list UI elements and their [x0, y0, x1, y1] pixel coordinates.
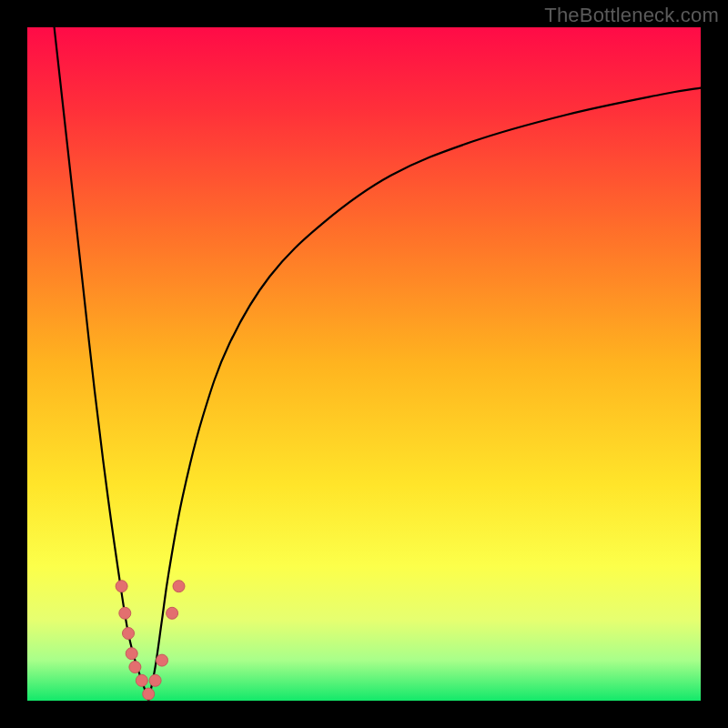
svg-point-7: [143, 688, 155, 700]
left-curve: [55, 27, 149, 701]
svg-point-2: [119, 607, 131, 619]
svg-point-10: [167, 607, 178, 619]
svg-point-6: [136, 674, 147, 686]
curve-layer: [27, 27, 701, 701]
chart-frame: TheBottleneck.com: [0, 0, 728, 728]
svg-point-8: [149, 674, 161, 686]
svg-point-11: [173, 581, 185, 592]
watermark-label: TheBottleneck.com: [544, 4, 719, 27]
svg-point-9: [157, 654, 168, 666]
svg-point-5: [129, 662, 141, 673]
svg-point-3: [123, 628, 135, 640]
svg-point-1: [116, 581, 127, 592]
plot-area: [27, 27, 701, 701]
svg-point-4: [126, 648, 137, 660]
data-markers: [116, 581, 185, 700]
right-curve: [148, 88, 701, 701]
